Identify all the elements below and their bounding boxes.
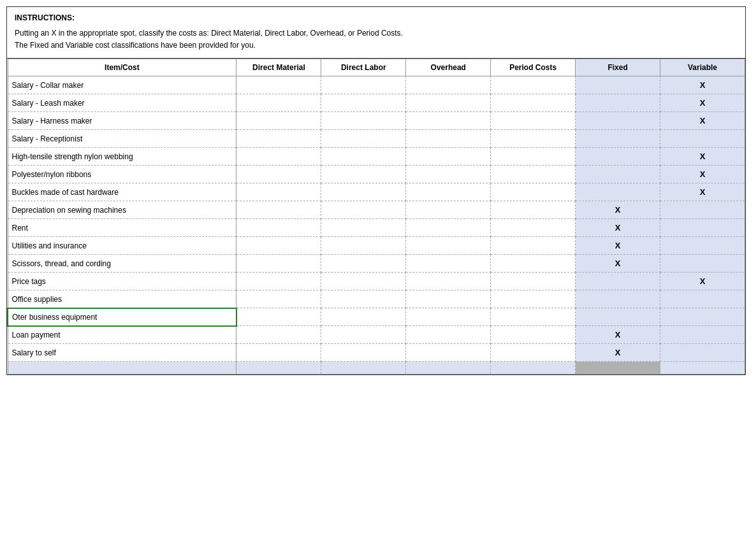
direct-material-cell[interactable]	[236, 166, 321, 183]
period-costs-cell[interactable]	[491, 130, 576, 148]
row-name-cell: Depreciation on sewing machines	[8, 201, 236, 219]
direct-material-cell[interactable]	[236, 130, 321, 148]
direct-material-cell[interactable]	[236, 255, 321, 273]
direct-labor-cell[interactable]	[321, 219, 406, 237]
row-name-cell: Oter business equipment	[8, 308, 236, 326]
direct-labor-cell[interactable]	[321, 201, 406, 219]
direct-material-cell[interactable]	[236, 344, 321, 362]
direct-material-cell[interactable]	[236, 94, 321, 112]
overhead-cell[interactable]	[406, 255, 491, 273]
period-costs-cell[interactable]	[491, 273, 576, 290]
header-item-cost: Item/Cost	[8, 59, 236, 76]
header-fixed: Fixed	[576, 59, 660, 76]
instructions-line2: The Fixed and Variable cost classificati…	[15, 39, 738, 52]
row-name-cell: Loan payment	[8, 326, 236, 344]
bottom-row-cell	[8, 362, 236, 374]
period-costs-cell[interactable]	[491, 148, 576, 166]
bottom-row-cell	[406, 362, 491, 374]
direct-labor-cell[interactable]	[321, 308, 406, 326]
overhead-cell[interactable]	[406, 344, 491, 362]
row-name-cell: Polyester/nylon ribbons	[8, 166, 236, 183]
period-costs-cell[interactable]	[491, 76, 576, 94]
overhead-cell[interactable]	[406, 326, 491, 344]
direct-material-cell[interactable]	[236, 201, 321, 219]
overhead-cell[interactable]	[406, 290, 491, 308]
overhead-cell[interactable]	[406, 219, 491, 237]
period-costs-cell[interactable]	[491, 94, 576, 112]
overhead-cell[interactable]	[406, 76, 491, 94]
fixed-cell: X	[576, 219, 660, 237]
period-costs-cell[interactable]	[491, 308, 576, 326]
period-costs-cell[interactable]	[491, 201, 576, 219]
direct-material-cell[interactable]	[236, 273, 321, 290]
direct-material-cell[interactable]	[236, 148, 321, 166]
period-costs-cell[interactable]	[491, 237, 576, 255]
direct-material-cell[interactable]	[236, 183, 321, 201]
overhead-cell[interactable]	[406, 148, 491, 166]
direct-labor-cell[interactable]	[321, 94, 406, 112]
direct-labor-cell[interactable]	[321, 76, 406, 94]
overhead-cell[interactable]	[406, 183, 491, 201]
overhead-cell[interactable]	[406, 112, 491, 130]
period-costs-cell[interactable]	[491, 326, 576, 344]
period-costs-cell[interactable]	[491, 112, 576, 130]
direct-material-cell[interactable]	[236, 237, 321, 255]
direct-material-cell[interactable]	[236, 76, 321, 94]
variable-cell: X	[660, 76, 745, 94]
direct-material-cell[interactable]	[236, 326, 321, 344]
period-costs-cell[interactable]	[491, 290, 576, 308]
fixed-cell	[576, 166, 660, 183]
direct-labor-cell[interactable]	[321, 273, 406, 290]
direct-labor-cell[interactable]	[321, 255, 406, 273]
header-variable: Variable	[660, 59, 745, 76]
variable-cell	[660, 237, 745, 255]
header-direct-labor: Direct Labor	[321, 59, 406, 76]
direct-labor-cell[interactable]	[321, 112, 406, 130]
row-name-cell: Salary - Leash maker	[8, 94, 236, 112]
row-name-cell: Price tags	[8, 273, 236, 290]
bottom-row-cell	[321, 362, 406, 374]
period-costs-cell[interactable]	[491, 344, 576, 362]
row-name-cell: Utilities and insurance	[8, 237, 236, 255]
direct-labor-cell[interactable]	[321, 344, 406, 362]
row-name-cell: Buckles made of cast hardware	[8, 183, 236, 201]
variable-cell	[660, 201, 745, 219]
period-costs-cell[interactable]	[491, 219, 576, 237]
direct-labor-cell[interactable]	[321, 148, 406, 166]
variable-cell: X	[660, 273, 745, 290]
main-container: INSTRUCTIONS: Putting an X in the approp…	[6, 6, 746, 375]
row-name-cell: Salary - Harness maker	[8, 112, 236, 130]
variable-cell	[660, 130, 745, 148]
direct-labor-cell[interactable]	[321, 130, 406, 148]
header-direct-material: Direct Material	[236, 59, 321, 76]
period-costs-cell[interactable]	[491, 183, 576, 201]
overhead-cell[interactable]	[406, 308, 491, 326]
direct-material-cell[interactable]	[236, 219, 321, 237]
overhead-cell[interactable]	[406, 201, 491, 219]
header-period-costs: Period Costs	[491, 59, 576, 76]
direct-material-cell[interactable]	[236, 290, 321, 308]
overhead-cell[interactable]	[406, 273, 491, 290]
variable-cell	[660, 255, 745, 273]
direct-material-cell[interactable]	[236, 112, 321, 130]
header-overhead: Overhead	[406, 59, 491, 76]
variable-cell	[660, 326, 745, 344]
direct-labor-cell[interactable]	[321, 326, 406, 344]
overhead-cell[interactable]	[406, 130, 491, 148]
fixed-cell: X	[576, 344, 660, 362]
direct-labor-cell[interactable]	[321, 237, 406, 255]
fixed-cell: X	[576, 255, 660, 273]
overhead-cell[interactable]	[406, 94, 491, 112]
variable-cell: X	[660, 94, 745, 112]
variable-cell	[660, 219, 745, 237]
fixed-cell	[576, 76, 660, 94]
direct-labor-cell[interactable]	[321, 183, 406, 201]
direct-labor-cell[interactable]	[321, 166, 406, 183]
period-costs-cell[interactable]	[491, 255, 576, 273]
overhead-cell[interactable]	[406, 166, 491, 183]
fixed-cell	[576, 148, 660, 166]
overhead-cell[interactable]	[406, 237, 491, 255]
period-costs-cell[interactable]	[491, 166, 576, 183]
direct-labor-cell[interactable]	[321, 290, 406, 308]
direct-material-cell[interactable]	[236, 308, 321, 326]
